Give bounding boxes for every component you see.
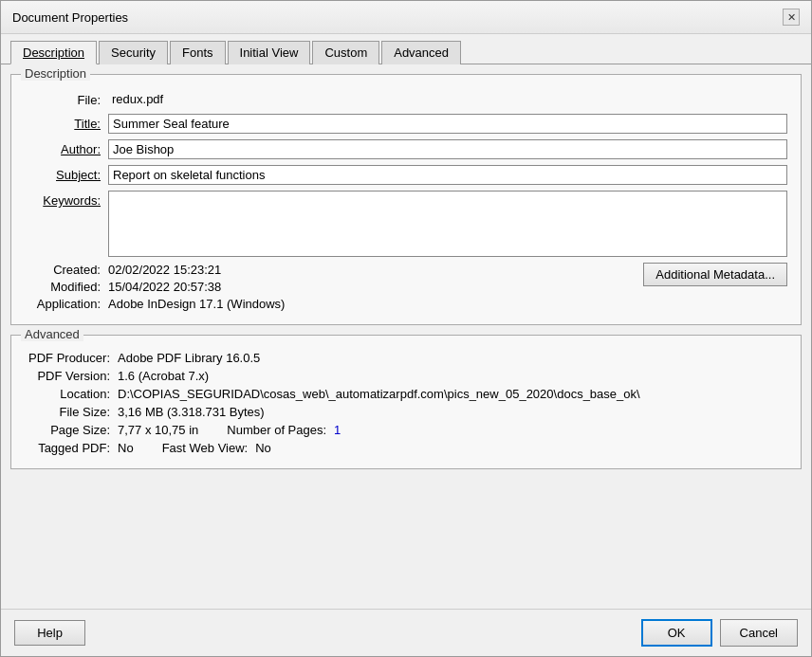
tab-custom[interactable]: Custom bbox=[312, 41, 379, 64]
page-size-value: 7,77 x 10,75 in bbox=[118, 423, 198, 437]
advanced-section: Advanced PDF Producer: Adobe PDF Library… bbox=[10, 335, 802, 469]
pdf-version-value: 1.6 (Acrobat 7.x) bbox=[118, 369, 787, 383]
advanced-grid: PDF Producer: Adobe PDF Library 16.0.5 P… bbox=[25, 351, 787, 455]
advanced-section-title: Advanced bbox=[21, 327, 83, 341]
file-size-value: 3,16 MB (3.318.731 Bytes) bbox=[118, 405, 787, 419]
subject-label: Subject: bbox=[25, 165, 101, 182]
application-value: Adobe InDesign 17.1 (Windows) bbox=[108, 297, 643, 311]
description-section-title: Description bbox=[21, 66, 90, 81]
subject-input[interactable] bbox=[108, 165, 787, 185]
dialog-footer: Help OK Cancel bbox=[1, 609, 811, 656]
number-of-pages-label: Number of Pages: bbox=[227, 423, 326, 437]
tab-fonts[interactable]: Fonts bbox=[170, 41, 226, 64]
ok-button[interactable]: OK bbox=[641, 619, 712, 647]
title-label: Title: bbox=[25, 114, 101, 131]
tab-bar: Description Security Fonts Initial View … bbox=[1, 34, 811, 64]
file-size-label: File Size: bbox=[25, 405, 110, 419]
close-button[interactable]: ✕ bbox=[783, 9, 800, 26]
location-value: D:\COPIAS_SEGURIDAD\cosas_web\_automatiz… bbox=[118, 387, 787, 401]
footer-right-buttons: OK Cancel bbox=[641, 619, 798, 647]
title-input[interactable] bbox=[108, 114, 787, 134]
additional-metadata-area: Additional Metadata... bbox=[643, 263, 787, 286]
author-input[interactable] bbox=[108, 139, 787, 159]
additional-metadata-button[interactable]: Additional Metadata... bbox=[643, 263, 787, 286]
fast-web-view-value: No bbox=[255, 441, 271, 455]
keywords-textarea[interactable] bbox=[108, 191, 787, 257]
number-of-pages-value: 1 bbox=[334, 423, 341, 437]
tab-advanced[interactable]: Advanced bbox=[381, 41, 461, 64]
tagged-pdf-label: Tagged PDF: bbox=[25, 441, 110, 455]
main-content: Description File: redux.pdf Title: Autho… bbox=[1, 64, 811, 609]
title-bar: Document Properties ✕ bbox=[1, 1, 811, 34]
tab-description[interactable]: Description bbox=[10, 41, 97, 64]
meta-grid: Created: 02/02/2022 15:23:21 Modified: 1… bbox=[25, 263, 643, 311]
tab-initial-view[interactable]: Initial View bbox=[228, 41, 311, 64]
fast-web-view-label: Fast Web View: bbox=[162, 441, 249, 455]
page-size-label: Page Size: bbox=[25, 423, 110, 437]
created-label: Created: bbox=[25, 263, 101, 277]
pdf-version-label: PDF Version: bbox=[25, 369, 110, 383]
tagged-pdf-value: No bbox=[118, 441, 134, 455]
application-label: Application: bbox=[25, 297, 101, 311]
file-label: File: bbox=[25, 90, 101, 107]
pdf-producer-label: PDF Producer: bbox=[25, 351, 110, 365]
help-button[interactable]: Help bbox=[14, 620, 85, 646]
description-section: Description File: redux.pdf Title: Autho… bbox=[10, 74, 802, 325]
pdf-producer-value: Adobe PDF Library 16.0.5 bbox=[118, 351, 787, 365]
meta-fields: Created: 02/02/2022 15:23:21 Modified: 1… bbox=[25, 263, 643, 311]
modified-value: 15/04/2022 20:57:38 bbox=[108, 280, 643, 294]
created-value: 02/02/2022 15:23:21 bbox=[108, 263, 643, 277]
dialog-title: Document Properties bbox=[12, 10, 128, 25]
description-form: File: redux.pdf Title: Author: Subject: … bbox=[25, 90, 787, 257]
metadata-row: Created: 02/02/2022 15:23:21 Modified: 1… bbox=[25, 263, 787, 311]
author-label: Author: bbox=[25, 139, 101, 156]
document-properties-dialog: Document Properties ✕ Description Securi… bbox=[0, 0, 812, 657]
modified-label: Modified: bbox=[25, 280, 101, 294]
tab-security[interactable]: Security bbox=[99, 41, 168, 64]
file-value: redux.pdf bbox=[108, 90, 787, 108]
cancel-button[interactable]: Cancel bbox=[720, 619, 798, 647]
location-label: Location: bbox=[25, 387, 110, 401]
keywords-label: Keywords: bbox=[25, 191, 101, 208]
